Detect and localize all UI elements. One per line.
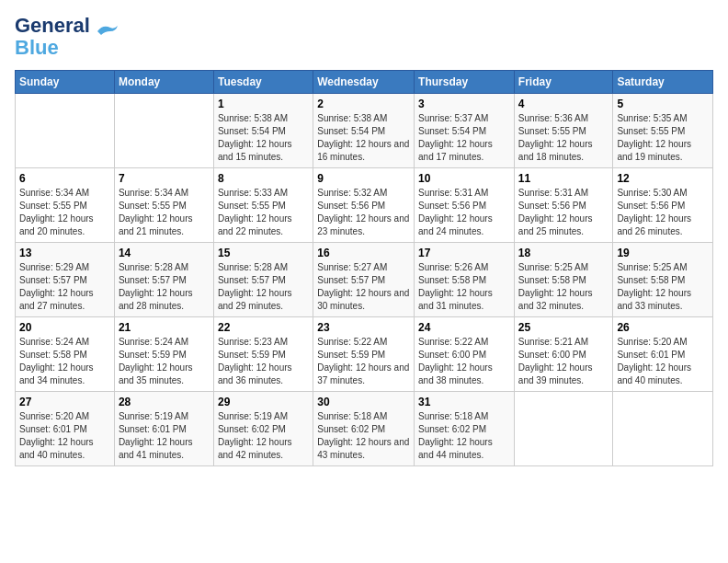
calendar-cell: 13Sunrise: 5:29 AMSunset: 5:57 PMDayligh…: [16, 243, 115, 317]
calendar-cell: 8Sunrise: 5:33 AMSunset: 5:55 PMDaylight…: [213, 168, 313, 243]
calendar-cell: 25Sunrise: 5:21 AMSunset: 6:00 PMDayligh…: [514, 317, 613, 392]
calendar-week-2: 6Sunrise: 5:34 AMSunset: 5:55 PMDaylight…: [16, 168, 713, 243]
day-info: Sunrise: 5:32 AMSunset: 5:56 PMDaylight:…: [317, 187, 410, 238]
calendar-cell: 30Sunrise: 5:18 AMSunset: 6:02 PMDayligh…: [313, 392, 415, 466]
day-number: 24: [418, 321, 510, 334]
day-info: Sunrise: 5:22 AMSunset: 5:59 PMDaylight:…: [317, 336, 410, 387]
weekday-header-thursday: Thursday: [415, 71, 515, 94]
day-info: Sunrise: 5:24 AMSunset: 5:58 PMDaylight:…: [19, 336, 110, 387]
day-number: 15: [218, 247, 309, 259]
day-info: Sunrise: 5:31 AMSunset: 5:56 PMDaylight:…: [418, 187, 510, 238]
calendar-table: SundayMondayTuesdayWednesdayThursdayFrid…: [15, 70, 713, 466]
calendar-cell: 3Sunrise: 5:37 AMSunset: 5:54 PMDaylight…: [415, 94, 515, 168]
logo-bird-icon: [94, 22, 119, 44]
day-info: Sunrise: 5:36 AMSunset: 5:55 PMDaylight:…: [518, 112, 609, 164]
weekday-header-row: SundayMondayTuesdayWednesdayThursdayFrid…: [16, 71, 713, 94]
calendar-cell: [114, 94, 213, 168]
day-info: Sunrise: 5:19 AMSunset: 6:01 PMDaylight:…: [119, 410, 210, 462]
calendar-cell: 29Sunrise: 5:19 AMSunset: 6:02 PMDayligh…: [213, 392, 313, 466]
day-info: Sunrise: 5:27 AMSunset: 5:57 PMDaylight:…: [317, 261, 410, 313]
day-info: Sunrise: 5:26 AMSunset: 5:58 PMDaylight:…: [418, 261, 510, 313]
calendar-cell: 14Sunrise: 5:28 AMSunset: 5:57 PMDayligh…: [114, 243, 213, 317]
day-info: Sunrise: 5:29 AMSunset: 5:57 PMDaylight:…: [19, 261, 110, 313]
calendar-cell: 18Sunrise: 5:25 AMSunset: 5:58 PMDayligh…: [514, 243, 613, 317]
calendar-cell: 21Sunrise: 5:24 AMSunset: 5:59 PMDayligh…: [114, 317, 213, 392]
calendar-cell: 7Sunrise: 5:34 AMSunset: 5:55 PMDaylight…: [114, 168, 213, 243]
weekday-header-friday: Friday: [514, 71, 613, 94]
calendar-cell: 12Sunrise: 5:30 AMSunset: 5:56 PMDayligh…: [613, 168, 713, 243]
day-info: Sunrise: 5:18 AMSunset: 6:02 PMDaylight:…: [317, 410, 410, 462]
calendar-week-3: 13Sunrise: 5:29 AMSunset: 5:57 PMDayligh…: [16, 243, 713, 317]
calendar-week-4: 20Sunrise: 5:24 AMSunset: 5:58 PMDayligh…: [16, 317, 713, 392]
day-info: Sunrise: 5:21 AMSunset: 6:00 PMDaylight:…: [518, 336, 609, 387]
day-number: 26: [617, 321, 709, 334]
day-info: Sunrise: 5:20 AMSunset: 6:01 PMDaylight:…: [617, 336, 709, 387]
calendar-cell: [613, 392, 713, 466]
day-info: Sunrise: 5:28 AMSunset: 5:57 PMDaylight:…: [119, 261, 210, 313]
day-info: Sunrise: 5:37 AMSunset: 5:54 PMDaylight:…: [418, 112, 510, 164]
day-number: 27: [19, 396, 110, 408]
day-number: 3: [418, 98, 510, 110]
calendar-cell: 17Sunrise: 5:26 AMSunset: 5:58 PMDayligh…: [415, 243, 515, 317]
calendar-week-1: 1Sunrise: 5:38 AMSunset: 5:54 PMDaylight…: [16, 94, 713, 168]
day-info: Sunrise: 5:25 AMSunset: 5:58 PMDaylight:…: [518, 261, 609, 313]
calendar-cell: 2Sunrise: 5:38 AMSunset: 5:54 PMDaylight…: [313, 94, 415, 168]
calendar-cell: 31Sunrise: 5:18 AMSunset: 6:02 PMDayligh…: [415, 392, 515, 466]
day-number: 22: [218, 321, 309, 334]
day-info: Sunrise: 5:38 AMSunset: 5:54 PMDaylight:…: [317, 112, 410, 164]
day-number: 9: [317, 172, 410, 185]
day-info: Sunrise: 5:38 AMSunset: 5:54 PMDaylight:…: [218, 112, 309, 164]
day-number: 14: [119, 247, 210, 259]
logo-text: General Blue: [15, 15, 90, 59]
day-number: 2: [317, 98, 410, 110]
weekday-header-wednesday: Wednesday: [313, 71, 415, 94]
day-info: Sunrise: 5:19 AMSunset: 6:02 PMDaylight:…: [218, 410, 309, 462]
calendar-cell: 11Sunrise: 5:31 AMSunset: 5:56 PMDayligh…: [514, 168, 613, 243]
day-number: 13: [19, 247, 110, 259]
calendar-cell: 10Sunrise: 5:31 AMSunset: 5:56 PMDayligh…: [415, 168, 515, 243]
day-number: 16: [317, 247, 410, 259]
day-info: Sunrise: 5:31 AMSunset: 5:56 PMDaylight:…: [518, 187, 609, 238]
calendar-cell: 16Sunrise: 5:27 AMSunset: 5:57 PMDayligh…: [313, 243, 415, 317]
day-number: 18: [518, 247, 609, 259]
day-number: 21: [119, 321, 210, 334]
page-header: General Blue: [15, 15, 713, 59]
day-number: 4: [518, 98, 609, 110]
day-info: Sunrise: 5:20 AMSunset: 6:01 PMDaylight:…: [19, 410, 110, 462]
calendar-cell: 27Sunrise: 5:20 AMSunset: 6:01 PMDayligh…: [16, 392, 115, 466]
day-number: 10: [418, 172, 510, 185]
day-number: 19: [617, 247, 709, 259]
day-number: 7: [119, 172, 210, 185]
logo: General Blue: [15, 15, 119, 59]
day-info: Sunrise: 5:23 AMSunset: 5:59 PMDaylight:…: [218, 336, 309, 387]
calendar-week-5: 27Sunrise: 5:20 AMSunset: 6:01 PMDayligh…: [16, 392, 713, 466]
day-number: 28: [119, 396, 210, 408]
day-number: 17: [418, 247, 510, 259]
calendar-cell: 28Sunrise: 5:19 AMSunset: 6:01 PMDayligh…: [114, 392, 213, 466]
day-number: 8: [218, 172, 309, 185]
calendar-cell: 1Sunrise: 5:38 AMSunset: 5:54 PMDaylight…: [213, 94, 313, 168]
day-info: Sunrise: 5:30 AMSunset: 5:56 PMDaylight:…: [617, 187, 709, 238]
calendar-cell: 24Sunrise: 5:22 AMSunset: 6:00 PMDayligh…: [415, 317, 515, 392]
day-info: Sunrise: 5:34 AMSunset: 5:55 PMDaylight:…: [119, 187, 210, 238]
day-number: 1: [218, 98, 309, 110]
day-info: Sunrise: 5:24 AMSunset: 5:59 PMDaylight:…: [119, 336, 210, 387]
day-number: 12: [617, 172, 709, 185]
day-number: 23: [317, 321, 410, 334]
calendar-cell: 4Sunrise: 5:36 AMSunset: 5:55 PMDaylight…: [514, 94, 613, 168]
day-number: 29: [218, 396, 309, 408]
weekday-header-saturday: Saturday: [613, 71, 713, 94]
day-number: 5: [617, 98, 709, 110]
calendar-cell: [514, 392, 613, 466]
weekday-header-tuesday: Tuesday: [213, 71, 313, 94]
calendar-cell: 20Sunrise: 5:24 AMSunset: 5:58 PMDayligh…: [16, 317, 115, 392]
calendar-cell: 9Sunrise: 5:32 AMSunset: 5:56 PMDaylight…: [313, 168, 415, 243]
day-info: Sunrise: 5:34 AMSunset: 5:55 PMDaylight:…: [19, 187, 110, 238]
day-info: Sunrise: 5:18 AMSunset: 6:02 PMDaylight:…: [418, 410, 510, 462]
calendar-cell: 15Sunrise: 5:28 AMSunset: 5:57 PMDayligh…: [213, 243, 313, 317]
day-number: 20: [19, 321, 110, 334]
day-info: Sunrise: 5:25 AMSunset: 5:58 PMDaylight:…: [617, 261, 709, 313]
day-number: 6: [19, 172, 110, 185]
day-number: 25: [518, 321, 609, 334]
calendar-cell: 23Sunrise: 5:22 AMSunset: 5:59 PMDayligh…: [313, 317, 415, 392]
